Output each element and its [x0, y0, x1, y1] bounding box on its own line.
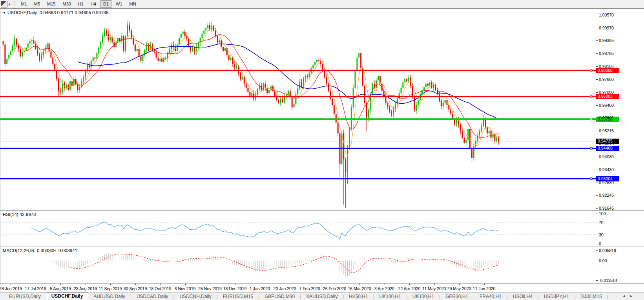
price-tick: [596, 131, 598, 131]
timeframe-button-d1[interactable]: D1: [100, 0, 111, 8]
price-tick-label: 1.00570: [599, 13, 614, 17]
dropdown-caret-icon[interactable]: ▾: [9, 2, 11, 6]
date-label: 3 Apr 2020: [374, 286, 394, 291]
tab-scroll-right-icon[interactable]: ►: [629, 294, 637, 298]
date-tick: [36, 284, 36, 285]
toolbar-separator: [143, 1, 143, 7]
tab-scroll-left-icon[interactable]: ◄: [622, 294, 629, 298]
price-tick: [596, 183, 598, 183]
price-tick: [596, 144, 598, 144]
chart-tab-gbpusd-m30[interactable]: GBPUSD,M30: [259, 293, 300, 300]
date-label: 1 Jan 2020: [250, 286, 270, 291]
price-tick: [596, 79, 598, 80]
date-tick: [235, 284, 235, 285]
timeframe-button-h1[interactable]: H1: [75, 0, 86, 8]
chart-tab-usoil-h4[interactable]: USOil,H4: [508, 293, 538, 300]
chart-tab-uk100-h1[interactable]: UK100,H1: [407, 293, 439, 300]
rsi-value: 42.9973: [20, 212, 36, 217]
price-level-chip: 0.94408: [596, 146, 619, 151]
current-price-chip: 0.94735: [596, 139, 619, 144]
macd-indicator-chart: [0, 247, 596, 284]
chart-tab-dj30-m15[interactable]: DJ30,M15: [575, 293, 607, 300]
chart-tab-xauusd-daily[interactable]: XAUUSD,Daily: [301, 293, 343, 300]
date-label: 29 May 2020: [447, 286, 471, 291]
price-tick: [596, 105, 598, 106]
rsi-name: RSI(14): [3, 212, 18, 217]
timeframe-button-w1[interactable]: W1: [113, 0, 125, 8]
price-tick: [596, 208, 598, 209]
chart-tab-eurusd-m15[interactable]: EURUSD,M15: [218, 293, 258, 300]
chart-tab-bar: EURUSD,DailyUSDCHF,DailyAUDUSD,Daily|USD…: [0, 293, 644, 300]
macd-tick: [596, 280, 598, 281]
rsi-tick-label: 30: [599, 232, 604, 237]
chart-tab-eurusd-daily[interactable]: EURUSD,Daily: [4, 293, 46, 300]
price-tick-label: 0.93430: [599, 167, 614, 172]
date-tick: [434, 284, 435, 285]
price-tick: [596, 15, 598, 15]
chart-tab-ger30-h1[interactable]: GER30,H1: [440, 293, 473, 300]
chart-tool-icon[interactable]: [1, 1, 7, 7]
price-tick: [596, 157, 598, 157]
price-tick: [596, 28, 598, 28]
date-label: 11 May 2020: [423, 286, 446, 291]
date-tick: [60, 284, 61, 285]
date-tick: [135, 284, 136, 285]
price-tick: [596, 170, 598, 170]
chart-ohlc-values: 0.94663 0.94771 0.94605 0.94735: [40, 10, 109, 15]
chart-tab-list: EURUSD,DailyUSDCHF,DailyAUDUSD,Daily|USD…: [4, 293, 608, 300]
macd-tick-label: -0.011514: [599, 278, 617, 283]
price-level-chip: 0.95758: [596, 117, 619, 122]
timeframe-button-m5[interactable]: M5: [31, 0, 43, 8]
date-label: 11 Sep 2019: [99, 286, 122, 291]
price-level-chip: 0.93004: [596, 176, 619, 181]
rsi-tick-label: 100: [599, 211, 606, 216]
chart-title[interactable]: ▼USDCHF,Daily 0.94663 0.94771 0.94605 0.…: [3, 10, 109, 15]
date-label: 5 Aug 2019: [50, 286, 71, 291]
rsi-title: RSI(14) 42.9973: [3, 212, 36, 217]
date-tick: [210, 284, 210, 285]
price-tick-label: 0.99970: [599, 26, 614, 30]
timeframe-button-m1[interactable]: M1: [18, 0, 30, 8]
rsi-tick: [596, 235, 598, 235]
price-tick: [596, 40, 598, 41]
chart-tab-usdcad-daily[interactable]: USDCAD,Daily: [131, 293, 173, 300]
rsi-indicator-chart: [0, 211, 596, 247]
date-tick: [11, 284, 11, 285]
date-label: 7 Feb 2020: [299, 286, 320, 291]
macd-title: MACD(12,26,9) -0.003309 -0.003941: [3, 248, 77, 253]
date-tick: [310, 284, 310, 285]
chart-tab-hk50-h1[interactable]: HK50,H1: [344, 293, 373, 300]
timeframe-button-mn[interactable]: MN: [127, 0, 139, 8]
toolbar-grip[interactable]: [14, 1, 15, 7]
date-tick: [160, 284, 161, 285]
chart-tab-usdchf-daily[interactable]: USDCHF,Daily: [46, 292, 89, 300]
chart-tab-uk100-h1[interactable]: UK100,H1: [374, 293, 406, 300]
timeframe-button-m15[interactable]: M15: [44, 0, 58, 8]
chart-tab-usdcnh-daily[interactable]: USDCNH,Daily: [174, 293, 216, 300]
date-label: 30 Sep 2019: [124, 286, 147, 291]
price-level-chip: 0.96803: [596, 94, 619, 99]
macd-tick-label: 0.005818: [599, 248, 616, 253]
timeframe-button-h4[interactable]: H4: [88, 0, 99, 8]
price-tick-label: 0.94030: [599, 154, 614, 159]
date-tick: [409, 284, 410, 285]
chart-tab-usdjpy-h1[interactable]: USDJPY,H1: [539, 293, 574, 300]
chart-tab-fra40-h1[interactable]: FRA40,H1: [474, 293, 507, 300]
macd-values: -0.003309 -0.003941: [35, 248, 77, 253]
chart-tab-audusd-daily[interactable]: AUDUSD,Daily: [88, 293, 130, 300]
macd-tick: [596, 261, 598, 261]
date-label: 17 Jul 2019: [25, 286, 46, 291]
date-tick: [459, 284, 460, 285]
price-tick-label: 0.95215: [599, 128, 614, 133]
price-tick: [596, 195, 598, 196]
collapse-triangle-icon[interactable]: ▼: [3, 11, 6, 15]
rsi-tick-label: 0: [599, 241, 601, 246]
price-tick-label: 0.98785: [599, 51, 614, 56]
date-label: 28 Jun 2019: [0, 286, 22, 291]
timeframe-button-group: M1M5M15M30H1H4D1W1MN: [18, 0, 140, 8]
macd-tick: [596, 251, 598, 251]
price-tick: [596, 66, 598, 67]
date-label: 18 Oct 2019: [149, 286, 171, 291]
price-tick-label: 0.92245: [599, 193, 614, 198]
timeframe-button-m30[interactable]: M30: [60, 0, 74, 8]
